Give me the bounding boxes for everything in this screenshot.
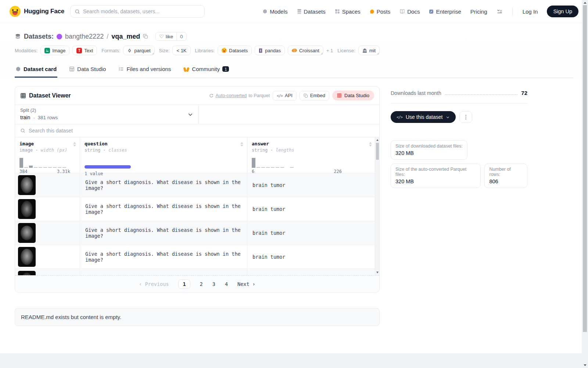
global-search-input[interactable] — [83, 8, 200, 14]
brain-scan-thumbnail[interactable] — [18, 199, 36, 219]
answer-cell: brain tumor — [252, 230, 285, 236]
dataset-name[interactable]: vqa_med — [111, 33, 140, 40]
dataset-header: Datasets: bangthe2222 / vqa_med ♡like 0 … — [0, 23, 588, 78]
tab-data-studio[interactable]: Data Studio — [68, 63, 107, 78]
tab-dataset-card[interactable]: Dataset card — [15, 63, 57, 78]
library-pandas-pill[interactable]: pandas — [255, 46, 285, 55]
brain-scan-thumbnail[interactable] — [18, 247, 36, 267]
brand-title[interactable]: Hugging Face — [24, 8, 64, 15]
table-scrollbar[interactable] — [375, 137, 379, 275]
tab-community[interactable]: Community 1 — [183, 63, 230, 78]
like-button[interactable]: ♡like — [156, 32, 176, 40]
dotted-leader — [445, 94, 518, 95]
data-table: image image · width (px) 3843.31k questi… — [15, 137, 379, 275]
column-header-question[interactable]: question string · classes 1 value — [80, 137, 247, 173]
tab-bar: Dataset card Data Studio Files and versi… — [15, 63, 573, 78]
auto-converted-link[interactable]: Auto-converted to Parquet — [209, 93, 269, 98]
nav-item-datasets[interactable]: Datasets — [297, 8, 326, 15]
stat-parquet-size: Size of the auto-converted Parquet files… — [391, 163, 481, 188]
table-icon — [20, 93, 26, 99]
croissant-icon — [291, 48, 297, 53]
page-button-1[interactable]: 1 — [178, 279, 190, 289]
column-header-image[interactable]: image image · width (px) 3843.31k — [15, 137, 80, 173]
library-datasets-pill[interactable]: Datasets — [218, 46, 252, 55]
community-icon — [183, 67, 189, 72]
table-row[interactable]: Give a short diagnosis. What disease is … — [15, 173, 379, 197]
nav-item-posts[interactable]: Posts — [370, 8, 391, 15]
owner-avatar[interactable] — [57, 34, 62, 39]
library-croissant-pill[interactable]: Croissant — [288, 46, 323, 55]
pandas-icon — [259, 48, 263, 53]
hf-datasets-icon — [222, 48, 227, 53]
brain-scan-thumbnail[interactable] — [18, 175, 36, 195]
nav-more-menu[interactable] — [496, 9, 502, 14]
scroll-up-arrow[interactable] — [376, 139, 379, 141]
libraries-more[interactable]: + 1 — [326, 48, 333, 53]
chevron-down-icon — [446, 115, 450, 119]
like-count[interactable]: 0 — [176, 32, 186, 40]
downloads-row: Downloads last month 72 — [391, 90, 527, 96]
dataset-search-input[interactable] — [29, 128, 374, 134]
dataset-stats: Size of downloaded dataset files: 320 MB… — [391, 140, 527, 188]
files-versions-icon — [118, 66, 124, 72]
docs-icon — [399, 9, 405, 14]
license-mit-pill[interactable]: mit — [358, 46, 380, 55]
stat-number-of-rows: Number of rows: 806 — [484, 163, 527, 188]
nav-item-enterprise[interactable]: Enterprise — [429, 8, 461, 15]
page-scroll-down-arrow[interactable] — [584, 364, 587, 366]
sort-icon[interactable] — [73, 142, 76, 146]
page-button-3[interactable]: 3 — [212, 281, 215, 287]
dataset-search[interactable] — [15, 124, 379, 137]
previous-page-button[interactable]: ‹Previous — [139, 281, 169, 287]
data-studio-button[interactable]: Data Studio — [332, 91, 374, 100]
sort-icon[interactable] — [240, 142, 243, 146]
owner-link[interactable]: bangthe2222 — [65, 33, 104, 40]
modality-image-pill[interactable]: Image — [40, 46, 69, 55]
table-row[interactable]: Give a short diagnosis. What disease is … — [15, 245, 379, 269]
nav-item-pricing[interactable]: Pricing — [470, 8, 487, 15]
split-selector[interactable]: Split (2) train · 381 rows — [15, 105, 199, 124]
modality-text-pill[interactable]: T Text — [72, 46, 97, 55]
database-icon — [15, 33, 21, 40]
table-scrollbar-thumb[interactable] — [376, 143, 379, 160]
nav-item-models[interactable]: Models — [262, 8, 287, 15]
downloads-label: Downloads last month — [391, 90, 441, 96]
format-parquet-pill[interactable]: parquet — [123, 46, 154, 55]
table-row-partial[interactable] — [15, 269, 379, 275]
pagination: ‹Previous 1 2 3 4 Next› — [15, 276, 379, 292]
data-studio-icon — [69, 66, 75, 72]
page-scrollbar-thumb[interactable] — [583, 5, 587, 332]
next-page-button[interactable]: Next› — [237, 281, 255, 287]
brain-scan-thumbnail[interactable] — [18, 271, 36, 275]
license-bank-icon — [362, 48, 367, 53]
copy-icon[interactable] — [143, 34, 148, 39]
scroll-down-arrow[interactable] — [376, 272, 379, 273]
signup-button[interactable]: Sign Up — [547, 6, 578, 17]
login-button[interactable]: Log In — [523, 8, 538, 15]
embed-button[interactable]: Embed — [300, 91, 329, 100]
use-this-dataset-button[interactable]: </> Use this dataset — [391, 111, 456, 123]
sort-icon[interactable] — [369, 142, 372, 146]
size-pill[interactable]: < 1K — [172, 46, 190, 55]
api-button[interactable]: </> API — [273, 91, 297, 100]
page-button-4[interactable]: 4 — [225, 281, 228, 287]
heart-icon: ♡ — [159, 33, 164, 39]
page-scrollbar[interactable] — [582, 0, 588, 368]
image-width-histogram — [19, 157, 75, 168]
dataset-type-label: Datasets: — [24, 33, 54, 40]
metadata-row: Modalities: Image T Text Formats: parque… — [15, 46, 573, 55]
nav-item-docs[interactable]: Docs — [399, 8, 420, 15]
table-row[interactable]: Give a short diagnosis. What disease is … — [15, 197, 379, 221]
table-row[interactable]: Give a short diagnosis. What disease is … — [15, 221, 379, 245]
page-button-2[interactable]: 2 — [200, 281, 203, 287]
nav-more-icon — [496, 9, 502, 14]
brain-scan-thumbnail[interactable] — [18, 223, 36, 243]
nav-item-spaces[interactable]: Spaces — [335, 8, 361, 15]
global-search[interactable] — [70, 5, 205, 18]
more-options-button[interactable]: ⋮ — [459, 111, 472, 123]
page-scroll-up-arrow[interactable] — [584, 2, 587, 4]
tab-files-and-versions[interactable]: Files and versions — [118, 63, 172, 78]
answer-cell: brain tumor — [252, 254, 285, 260]
column-header-answer[interactable]: answer string · lengths 6226 — [247, 137, 376, 173]
huggingface-logo-icon[interactable] — [10, 6, 21, 17]
